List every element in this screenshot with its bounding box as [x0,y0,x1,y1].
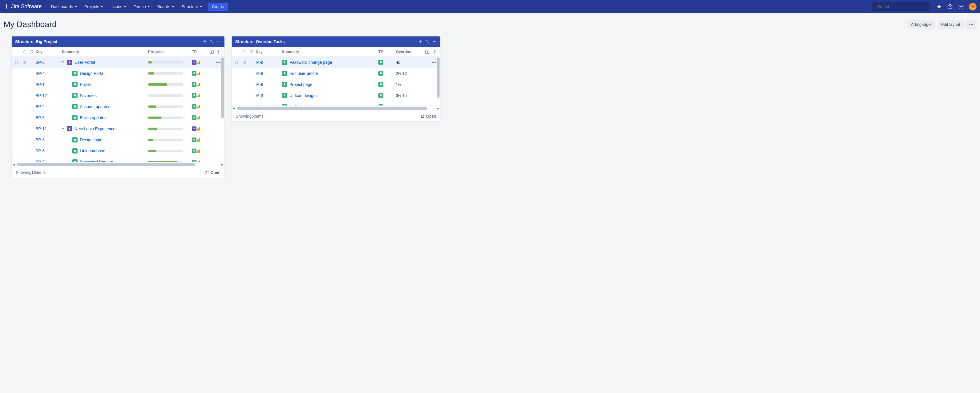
issue-summary[interactable]: Billing updates [80,116,107,120]
sync-icon[interactable] [27,50,35,54]
scroll-right-icon[interactable]: ▶ [220,162,224,167]
help-icon[interactable]: ? [947,3,953,10]
user-avatar[interactable]: 🦊 [969,3,977,11]
nav-item-issues[interactable]: Issues [108,3,129,11]
table-row[interactable]: BP-4Design Portal [12,68,224,79]
table-row[interactable]: BP-3User Portal ••• [12,57,224,68]
search-box[interactable] [872,2,931,11]
row-actions-icon[interactable]: ••• [216,60,221,65]
issue-key[interactable]: BP-7 [35,160,45,162]
issue-summary[interactable]: Project page [290,82,312,87]
maximize-icon[interactable] [426,40,430,44]
col-summary[interactable]: Summary [62,49,148,54]
scroll-right-icon[interactable]: ▶ [436,106,440,111]
issue-key[interactable]: BP-3 [35,60,45,65]
table-row[interactable]: BP-12Favorites [12,90,224,101]
issue-key[interactable]: BP-2 [35,104,45,109]
issue-summary[interactable]: User Portal [75,60,95,65]
issue-summary[interactable]: Design Portal [80,71,104,76]
dashboard-more-button[interactable] [966,19,977,29]
issue-summary[interactable]: Password change page [290,60,332,65]
col-key[interactable]: Key [256,49,282,54]
issue-key[interactable]: IA-6 [256,82,263,87]
issue-key[interactable]: IA-8 [256,71,263,76]
issue-summary[interactable]: Edit user profile [290,71,318,76]
table-row[interactable]: IA-8Edit user profile 2w 1d [232,68,440,79]
gadget-header[interactable]: Structure: Overdue Tasks [232,36,440,47]
vertical-scrollbar[interactable] [437,57,439,105]
nav-item-projects[interactable]: Projects [82,3,106,11]
drag-handle-icon[interactable] [235,60,242,64]
announce-icon[interactable] [936,3,942,10]
select-all-icon[interactable] [23,51,26,53]
gadget-header[interactable]: Structure: Big Project [12,36,224,47]
table-row[interactable]: IA-6Project page 1w [232,79,440,90]
open-link[interactable]: Open [205,170,220,175]
issue-key[interactable]: BP-5 [35,116,45,120]
issue-summary[interactable]: Link database [80,149,105,153]
table-row[interactable]: BP-7Password Require… [12,157,224,162]
expand-toggle-icon[interactable] [62,128,64,129]
move-icon[interactable] [418,40,423,44]
col-summary[interactable]: Summary [282,49,379,54]
gear-icon[interactable] [216,49,221,54]
scroll-left-icon[interactable]: ◀ [12,162,16,167]
nav-item-structure[interactable]: Structure [179,3,205,11]
gadget-more-icon[interactable] [217,40,221,44]
issue-summary[interactable]: Password Require… [80,160,117,162]
table-row[interactable]: BP-8Design login [12,134,224,145]
maximize-icon[interactable] [210,40,214,44]
col-overdue[interactable]: Overdue [396,49,425,54]
col-tp[interactable]: TP [192,49,209,54]
issue-key[interactable]: BP-6 [35,149,45,153]
drag-handle-icon[interactable] [15,60,22,64]
nav-item-boards[interactable]: Boards [154,3,177,11]
select-all-icon[interactable] [243,51,246,53]
issue-key[interactable]: BP-8 [35,138,45,142]
issue-key[interactable]: BP-11 [35,127,47,131]
gadget-more-icon[interactable] [433,40,437,44]
issue-summary[interactable]: Profile [80,82,92,87]
issue-key[interactable]: BP-1 [35,82,45,87]
issue-summary[interactable]: New Login Experience [75,127,115,131]
issue-summary[interactable]: UI Icon designs [290,93,318,98]
table-row[interactable]: IA-9Password change page 4d••• [232,57,440,68]
table-row[interactable]: IA-3UI Icon designs 3w 1d [232,90,440,101]
horizontal-scrollbar[interactable]: ◀ ▶ [232,105,440,111]
horizontal-scrollbar[interactable]: ◀ ▶ [12,162,224,167]
add-column-icon[interactable] [209,49,214,54]
open-link[interactable]: Open [421,114,436,119]
col-tp[interactable]: TP [379,49,396,54]
nav-item-dashboards[interactable]: Dashboards [48,3,80,11]
col-key[interactable]: Key [35,49,62,54]
add-column-icon[interactable] [425,49,430,54]
scroll-left-icon[interactable]: ◀ [232,106,236,111]
vertical-scrollbar[interactable] [221,57,224,151]
product-logo[interactable]: Jira Software [3,3,42,10]
nav-item-tempo[interactable]: Tempo [131,3,153,11]
issue-summary[interactable]: Account updates [80,104,110,109]
table-row[interactable]: BP-2Account updates [12,101,224,112]
table-row[interactable]: BP-6Link database [12,145,224,157]
create-button[interactable]: Create [208,3,228,11]
col-progress[interactable]: Progress [148,49,192,54]
issue-summary[interactable]: Design login [80,138,102,142]
edit-layout-button[interactable]: Edit layout [938,20,964,29]
issue-key[interactable]: IA-9 [256,60,263,65]
sync-icon[interactable] [248,50,256,54]
move-icon[interactable] [203,40,207,44]
add-gadget-button[interactable]: Add gadget [907,20,935,29]
issue-key[interactable]: IA-3 [256,93,263,98]
issue-key[interactable]: BP-4 [35,71,45,76]
issue-key[interactable]: BP-12 [35,93,47,98]
issue-summary[interactable]: Favorites [80,93,97,98]
expand-toggle-icon[interactable] [62,62,64,63]
table-row[interactable]: IA-1UI Button design 1d [232,101,440,105]
table-row[interactable]: BP-1Profile [12,79,224,90]
row-actions-icon[interactable]: ••• [431,60,437,65]
gear-icon[interactable] [432,49,437,54]
search-input[interactable] [877,4,928,9]
settings-icon[interactable] [958,3,964,10]
table-row[interactable]: BP-5Billing updates [12,112,224,123]
table-row[interactable]: BP-11New Login Experience [12,123,224,134]
